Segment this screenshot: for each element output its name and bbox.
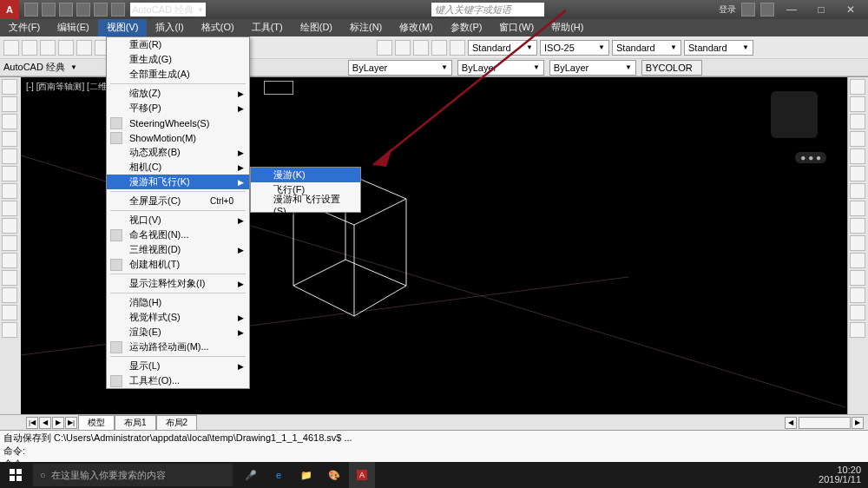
tool-icon[interactable] — [40, 40, 56, 56]
tab-last-icon[interactable]: ▶| — [65, 417, 77, 429]
layout-tab[interactable]: 模型 — [78, 415, 115, 431]
move-tool-icon[interactable] — [850, 79, 865, 95]
menu-item[interactable]: 显示(L)▶ — [107, 359, 249, 373]
tool-icon[interactable] — [431, 40, 447, 56]
qat-open-icon[interactable] — [42, 3, 56, 16]
menu-item[interactable]: 显示注释性对象(I)▶ — [107, 276, 249, 291]
menu-item[interactable]: 视觉样式(S)▶ — [107, 310, 249, 325]
tool-icon[interactable] — [850, 287, 865, 303]
taskbar-search-input[interactable]: ○ 在这里输入你要搜索的内容 — [33, 464, 233, 486]
menu-item[interactable]: 格式(O) — [193, 19, 243, 36]
linetype-combo[interactable]: ByLayer▼ — [457, 60, 544, 76]
layout-tab[interactable]: 布局1 — [115, 415, 156, 431]
rotate-tool-icon[interactable] — [850, 114, 865, 129]
tab-first-icon[interactable]: |◀ — [26, 417, 38, 429]
tool-icon[interactable] — [22, 40, 37, 56]
horizontal-scrollbar[interactable]: ◀ ▶ — [785, 417, 868, 429]
ellipse-tool-icon[interactable] — [2, 166, 17, 181]
lineweight-combo[interactable]: ByLayer▼ — [549, 60, 636, 76]
array-tool-icon[interactable] — [850, 218, 865, 234]
start-button[interactable] — [0, 462, 31, 488]
maximize-button[interactable]: □ — [809, 3, 833, 16]
color-combo[interactable]: BYCOLOR — [641, 60, 702, 76]
block-tool-icon[interactable] — [2, 287, 17, 303]
menu-item[interactable]: 视图(V) — [98, 19, 148, 36]
menu-item[interactable]: 重画(R) — [107, 37, 249, 52]
text-style-combo[interactable]: Standard▼ — [468, 40, 537, 56]
autocad-taskbar-icon[interactable]: A — [349, 462, 375, 488]
fillet-tool-icon[interactable] — [850, 201, 865, 216]
point-tool-icon[interactable] — [2, 218, 17, 234]
nav-bar-label[interactable]: ● ● ● — [795, 152, 826, 163]
tool-icon[interactable] — [76, 40, 92, 56]
region-tool-icon[interactable] — [2, 253, 17, 268]
menu-item[interactable]: 标注(N) — [341, 19, 391, 36]
help-search-input[interactable]: 键入关键字或短语 — [431, 3, 544, 16]
menu-item[interactable]: 全屏显示(C)Ctrl+0 — [107, 194, 249, 208]
tool-icon[interactable] — [2, 305, 17, 320]
app-logo-icon[interactable]: A — [0, 0, 19, 19]
layout-tab[interactable]: 布局2 — [156, 415, 198, 431]
help-icon[interactable] — [760, 3, 774, 16]
scroll-right-icon[interactable]: ▶ — [852, 417, 864, 429]
menu-item[interactable]: 工具(T) — [243, 19, 292, 36]
close-button[interactable]: ✕ — [838, 3, 863, 16]
explode-tool-icon[interactable] — [850, 270, 865, 286]
tool-icon[interactable] — [3, 40, 19, 56]
hatch-tool-icon[interactable] — [2, 183, 17, 199]
menu-item[interactable]: 参数(P) — [442, 19, 491, 36]
menu-item[interactable]: 创建相机(T) — [107, 257, 249, 272]
copy-tool-icon[interactable] — [850, 96, 865, 112]
menu-item[interactable]: 绘图(D) — [292, 19, 341, 36]
submenu-item[interactable]: 漫游和飞行设置(S)... — [251, 197, 360, 212]
qat-new-icon[interactable] — [24, 3, 38, 16]
menu-item[interactable]: 命名视图(N)... — [107, 228, 249, 242]
arc-tool-icon[interactable] — [2, 131, 17, 147]
menu-item[interactable]: ShowMotion(M) — [107, 130, 249, 145]
qat-save-icon[interactable] — [59, 3, 73, 16]
qat-print-icon[interactable] — [111, 3, 125, 16]
command-line[interactable]: 自动保存到 C:\Users\Administrator\appdata\loc… — [0, 430, 868, 463]
mleader-style-combo[interactable]: Standard▼ — [684, 40, 753, 56]
tab-prev-icon[interactable]: ◀ — [39, 417, 51, 429]
menu-item[interactable]: 漫游和飞行(K)▶ — [107, 175, 249, 189]
qat-redo-icon[interactable] — [94, 3, 108, 16]
menu-item[interactable]: 缩放(Z)▶ — [107, 86, 249, 101]
submenu-item[interactable]: 漫游(K) — [251, 168, 360, 182]
explorer-icon[interactable]: 📁 — [293, 462, 319, 488]
scroll-left-icon[interactable]: ◀ — [785, 417, 797, 429]
menu-item[interactable]: 帮助(H) — [542, 19, 592, 36]
menu-item[interactable]: 重生成(G) — [107, 52, 249, 67]
extend-tool-icon[interactable] — [850, 183, 865, 199]
menu-item[interactable]: SteeringWheels(S) — [107, 115, 249, 130]
menu-item[interactable]: 运动路径动画(M)... — [107, 340, 249, 354]
menu-item[interactable]: 修改(M) — [391, 19, 442, 36]
workspace-selector[interactable]: AutoCAD 经典 ▼ — [130, 3, 206, 16]
tool-icon[interactable] — [395, 40, 411, 56]
menu-item[interactable]: 渲染(E)▶ — [107, 325, 249, 340]
polyline-tool-icon[interactable] — [2, 96, 17, 112]
exchange-icon[interactable] — [741, 3, 755, 16]
menu-item[interactable]: 全部重生成(A) — [107, 67, 249, 82]
tool-icon[interactable] — [58, 40, 74, 56]
qat-undo-icon[interactable] — [76, 3, 90, 16]
menu-item[interactable]: 相机(C)▶ — [107, 160, 249, 175]
system-tray[interactable]: 10:20 2019/1/11 — [812, 465, 868, 485]
menu-item[interactable]: 平移(P)▶ — [107, 101, 249, 115]
spline-tool-icon[interactable] — [2, 235, 17, 251]
tool-icon[interactable] — [450, 40, 465, 56]
tab-next-icon[interactable]: ▶ — [52, 417, 64, 429]
minimize-button[interactable]: — — [779, 3, 804, 16]
tool-icon[interactable] — [850, 305, 865, 320]
table-style-combo[interactable]: Standard▼ — [612, 40, 681, 56]
circle-tool-icon[interactable] — [2, 114, 17, 129]
offset-tool-icon[interactable] — [850, 235, 865, 251]
tool-icon[interactable] — [377, 40, 392, 56]
menu-item[interactable]: 三维视图(D)▶ — [107, 242, 249, 257]
text-tool-icon[interactable] — [2, 201, 17, 216]
layer-combo[interactable]: ByLayer▼ — [348, 60, 452, 76]
line-tool-icon[interactable] — [2, 79, 17, 95]
tool-icon[interactable] — [2, 322, 17, 338]
menu-item[interactable]: 消隐(H) — [107, 295, 249, 310]
tool-icon[interactable] — [850, 322, 865, 338]
